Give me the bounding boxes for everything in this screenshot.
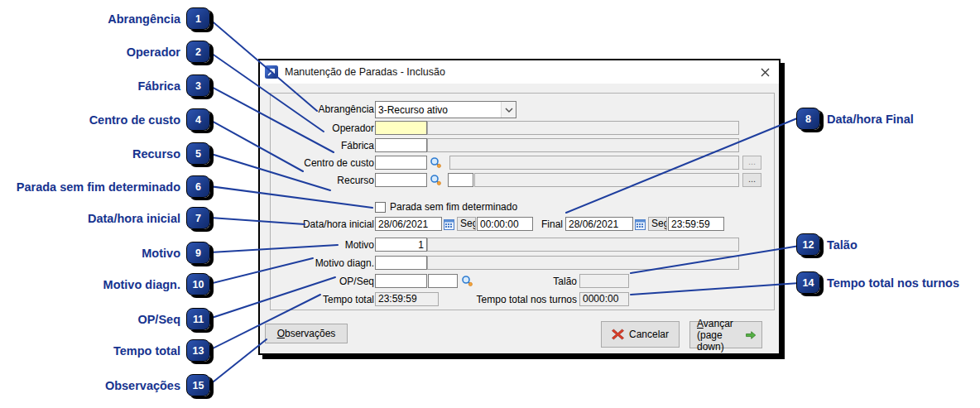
weekday-final-field: Seg bbox=[648, 217, 667, 231]
callout-motivo-diagn: Motivo diagn.10 bbox=[0, 273, 210, 295]
callout-label: Motivo bbox=[142, 247, 180, 260]
recurso-code-input[interactable] bbox=[448, 173, 473, 187]
app-icon bbox=[265, 65, 278, 79]
callout-fabrica: Fábrica3 bbox=[0, 74, 210, 97]
recurso-label: Recurso bbox=[276, 174, 374, 187]
centro-de-custo-search-icon[interactable] bbox=[429, 156, 443, 170]
callout-recurso: Recurso5 bbox=[0, 142, 210, 165]
motivo-diagn-input[interactable] bbox=[375, 256, 427, 270]
avancar-button-sublabel: (page down) bbox=[697, 329, 724, 353]
dialog-titlebar[interactable]: Manutenção de Paradas - Inclusão bbox=[260, 60, 779, 84]
callout-badge: 5 bbox=[186, 142, 210, 165]
callout-operador: Operador2 bbox=[0, 41, 210, 63]
parada-sem-fim-label: Parada sem fim determinado bbox=[390, 201, 517, 213]
recurso-search-icon[interactable] bbox=[429, 173, 443, 187]
parada-sem-fim-checkbox[interactable] bbox=[375, 202, 386, 213]
callout-label: Operador bbox=[127, 46, 180, 59]
recurso-input[interactable] bbox=[375, 173, 427, 187]
op-seq-search-icon[interactable] bbox=[460, 274, 474, 288]
motivo-label: Motivo bbox=[276, 238, 374, 252]
callout-label: Tempo total bbox=[113, 344, 180, 358]
seq-input[interactable] bbox=[428, 274, 458, 288]
callout-data-hora-final: 8Data/hora Final bbox=[796, 108, 914, 130]
callout-parada-sem-fim: Parada sem fim determinado6 bbox=[0, 175, 210, 198]
callout-talao: 12Talão bbox=[796, 233, 858, 256]
avancar-button-label: vançar bbox=[704, 318, 733, 329]
close-icon[interactable] bbox=[757, 65, 772, 79]
callout-label: Centro de custo bbox=[89, 113, 180, 127]
calendar-icon[interactable] bbox=[634, 217, 646, 231]
operador-input[interactable] bbox=[375, 121, 427, 135]
tempo-total-turnos-label: Tempo total nos turnos bbox=[450, 293, 577, 306]
talao-label: Talão bbox=[508, 275, 577, 288]
callout-label: Motivo diagn. bbox=[103, 278, 180, 291]
callout-label: Fábrica bbox=[137, 79, 180, 93]
callout-badge: 12 bbox=[796, 233, 820, 256]
calendar-icon[interactable] bbox=[443, 217, 455, 231]
callout-label: OP/Seq bbox=[137, 313, 180, 326]
recurso-description-field bbox=[474, 173, 739, 187]
callout-label: Data/hora Final bbox=[827, 113, 914, 126]
centro-de-custo-input[interactable] bbox=[375, 156, 427, 170]
tempo-total-field: 23:59:59 bbox=[375, 292, 439, 306]
op-seq-label: OP/Seq bbox=[276, 275, 374, 288]
recurso-ellipsis-button[interactable]: ... bbox=[742, 173, 761, 187]
observacoes-button[interactable]: Observações bbox=[265, 324, 348, 343]
callout-observacoes: Observações15 bbox=[0, 374, 210, 396]
callout-badge: 3 bbox=[186, 74, 210, 97]
motivo-input[interactable] bbox=[375, 238, 427, 252]
data-hora-final-label: Final bbox=[533, 218, 563, 231]
fabrica-description-field bbox=[427, 138, 739, 152]
callout-op-seq: OP/Seq11 bbox=[0, 308, 210, 330]
callout-badge: 9 bbox=[186, 242, 210, 264]
callout-data-hora-inicial: Data/hora inicial7 bbox=[0, 207, 210, 229]
dialog-title: Manutenção de Paradas - Inclusão bbox=[285, 66, 445, 78]
data-inicial-input[interactable] bbox=[375, 217, 442, 231]
dialog-manutencao-de-paradas: Manutenção de Paradas - Inclusão Abrangê… bbox=[258, 59, 781, 355]
operador-description-field bbox=[427, 121, 739, 135]
callout-label: Parada sem fim determinado bbox=[17, 180, 180, 194]
observacoes-button-label: bservações bbox=[285, 328, 335, 339]
callout-badge: 13 bbox=[186, 339, 210, 362]
hora-final-input[interactable] bbox=[668, 217, 724, 231]
cancel-x-icon bbox=[612, 329, 624, 340]
abrangencia-label: Abrangência bbox=[276, 103, 374, 116]
callout-badge: 7 bbox=[186, 207, 210, 229]
weekday-inicial-field: Seg bbox=[457, 217, 476, 231]
callout-badge: 11 bbox=[186, 308, 210, 330]
callout-label: Tempo total nos turnos bbox=[827, 276, 959, 290]
abrangencia-selected-value: 3-Recurso ativo bbox=[376, 104, 501, 116]
callout-badge: 14 bbox=[796, 271, 820, 294]
hora-inicial-input[interactable] bbox=[477, 217, 533, 231]
callout-label: Talão bbox=[827, 238, 858, 252]
callout-tempo-total-turnos: 14Tempo total nos turnos bbox=[796, 271, 959, 294]
op-input[interactable] bbox=[375, 274, 427, 288]
callout-badge: 2 bbox=[186, 41, 210, 63]
cancelar-button[interactable]: Cancelar bbox=[601, 321, 680, 348]
avancar-button-mnemonic: A bbox=[697, 318, 704, 329]
callout-badge: 15 bbox=[186, 374, 210, 396]
abrangencia-select[interactable]: 3-Recurso ativo bbox=[375, 101, 516, 118]
callout-label: Abrangência bbox=[108, 12, 180, 26]
callout-label: Recurso bbox=[132, 147, 180, 161]
centro-de-custo-ellipsis-button[interactable]: ... bbox=[742, 156, 761, 170]
avancar-button[interactable]: Avançar(page down) bbox=[689, 321, 762, 348]
data-final-input[interactable] bbox=[565, 217, 633, 231]
callout-badge: 8 bbox=[796, 108, 820, 130]
chevron-down-icon[interactable] bbox=[501, 102, 516, 118]
callout-label: Data/hora inicial bbox=[88, 212, 180, 225]
tempo-total-turnos-field: 0000:00 bbox=[579, 292, 629, 306]
data-hora-inicial-label: Data/hora inicial bbox=[276, 218, 374, 231]
cancelar-button-label: Cancelar bbox=[629, 329, 669, 340]
motivo-diagn-description-field bbox=[427, 256, 739, 270]
callout-abrangencia: Abrangência1 bbox=[0, 7, 210, 30]
motivo-description-field bbox=[427, 238, 739, 252]
fabrica-label: Fábrica bbox=[276, 139, 374, 152]
screenshot-root: Abrangência1 Operador2 Fábrica3 Centro d… bbox=[0, 0, 980, 408]
centro-de-custo-description-field bbox=[449, 156, 739, 170]
centro-de-custo-label: Centro de custo bbox=[276, 156, 374, 170]
fabrica-input[interactable] bbox=[375, 138, 427, 152]
callout-badge: 6 bbox=[186, 175, 210, 198]
callout-label: Observações bbox=[105, 379, 180, 392]
callout-tempo-total: Tempo total13 bbox=[0, 339, 210, 362]
